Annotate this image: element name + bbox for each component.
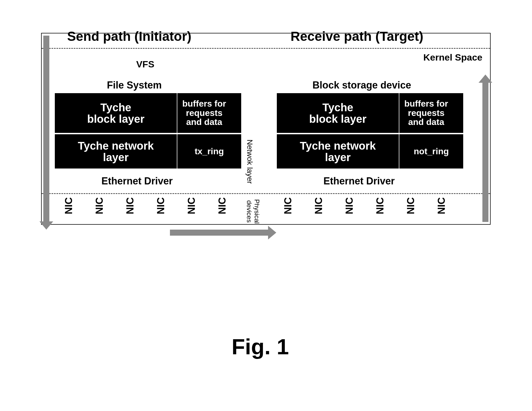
target-block-layer-box: Tyche block layer buffers for requests a… bbox=[277, 93, 463, 133]
target-network-layer-box: Tyche network layer not_ring bbox=[277, 134, 463, 169]
nic-label: NIC bbox=[313, 197, 325, 214]
receive-path-arrow-up bbox=[482, 82, 488, 222]
initiator-block-layer-box: Tyche block layer buffers for requests a… bbox=[55, 93, 241, 133]
horizontal-arrow-right bbox=[170, 230, 269, 236]
target-block-main: Tyche block layer bbox=[277, 93, 399, 133]
initiator-network-main: Tyche network layer bbox=[55, 134, 177, 169]
nic-label: NIC bbox=[344, 197, 355, 214]
network-layer-vertical-label: Netwok layer bbox=[245, 132, 254, 192]
nic-label: NIC bbox=[186, 197, 197, 214]
send-path-title: Send path (Initiator) bbox=[67, 29, 191, 44]
vfs-label: VFS bbox=[104, 59, 186, 70]
target-network-right: not_ring bbox=[399, 134, 463, 169]
kernel-space-label: Kernel Space bbox=[378, 52, 482, 63]
block-storage-label: Block storage device bbox=[291, 79, 433, 91]
initiator-network-layer-box: Tyche network layer tx_ring bbox=[55, 134, 241, 169]
nic-label: NIC bbox=[405, 197, 417, 214]
nic-label: NIC bbox=[63, 197, 75, 214]
target-block-right: buffers for requests and data bbox=[399, 93, 468, 133]
target-ethernet-label: Ethernet Driver bbox=[299, 175, 419, 187]
initiator-network-right: tx_ring bbox=[177, 134, 241, 169]
divider-top-dashed bbox=[42, 48, 490, 49]
nic-label: NIC bbox=[94, 197, 105, 214]
nic-label: NIC bbox=[217, 197, 228, 214]
nic-label: NIC bbox=[374, 197, 386, 214]
nic-label: NIC bbox=[282, 197, 294, 214]
initiator-ethernet-label: Ethernet Driver bbox=[77, 175, 197, 187]
physical-devices-vertical-label: Physical devices bbox=[245, 195, 261, 228]
send-path-arrow-down bbox=[43, 36, 49, 222]
divider-bottom-dashed bbox=[42, 193, 490, 194]
nic-label: NIC bbox=[155, 197, 167, 214]
file-system-label: File System bbox=[85, 79, 184, 91]
target-network-main: Tyche network layer bbox=[277, 134, 399, 169]
initiator-block-main: Tyche block layer bbox=[55, 93, 177, 133]
nic-label: NIC bbox=[436, 197, 447, 214]
receive-path-title: Receive path (Target) bbox=[291, 29, 423, 44]
figure-caption: Fig. 1 bbox=[232, 334, 289, 359]
nic-label: NIC bbox=[124, 197, 136, 214]
figure-canvas: Send path (Initiator) Receive path (Targ… bbox=[0, 0, 532, 411]
initiator-block-right: buffers for requests and data bbox=[177, 93, 246, 133]
